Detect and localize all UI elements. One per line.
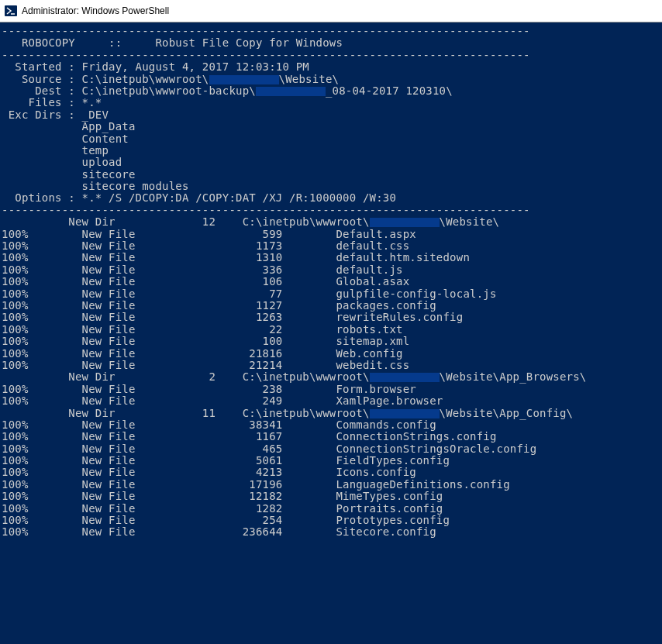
console-line: New Dir 11 C:\inetpub\wwwroot\\Website\A… [2,408,660,419]
console-line: upload [2,157,660,168]
console-line: 100% New File 1127 packages.config [2,300,660,312]
console-line: ----------------------------------------… [2,50,660,61]
console-line: Source : C:\inetpub\wwwroot\\Website\ [2,74,660,85]
console-line: Content [2,133,660,145]
console-line: Started : Friday, August 4, 2017 12:03:1… [2,61,660,73]
console-line: Options : *.* /S /DCOPY:DA /COPY:DAT /XJ… [2,192,660,204]
console-line: 100% New File 5061 FieldTypes.config [2,455,660,467]
console-line: 100% New File 17196 LanguageDefinitions.… [2,479,660,491]
console-line: 100% New File 21214 webedit.css [2,360,660,371]
console-line: 100% New File 22 robots.txt [2,324,660,336]
console-line: sitecore modules [2,181,660,192]
console-line: Dest : C:\inetpub\wwwroot-backup\_08-04-… [2,85,660,97]
console-line: New Dir 12 C:\inetpub\wwwroot\\Website\ [2,216,660,228]
window-titlebar[interactable]: Administrator: Windows PowerShell [0,0,662,22]
console-line: 100% New File 4213 Icons.config [2,467,660,478]
console-line: 100% New File 12182 MimeTypes.config [2,491,660,502]
console-output[interactable]: ----------------------------------------… [0,22,662,542]
console-line: 100% New File 236644 Sitecore.config [2,526,660,538]
window-title: Administrator: Windows PowerShell [22,5,169,16]
console-line: sitecore [2,169,660,181]
console-line: ----------------------------------------… [2,26,660,37]
console-line: temp [2,145,660,157]
console-line: App_Data [2,121,660,133]
console-line: 100% New File 1310 default.htm.sitedown [2,252,660,263]
console-line: 100% New File 238 Form.browser [2,384,660,395]
console-line: 100% New File 21816 Web.config [2,348,660,360]
console-line: 100% New File 249 XamlPage.browser [2,395,660,407]
console-line: 100% New File 106 Global.asax [2,276,660,288]
console-line: 100% New File 38341 Commands.config [2,419,660,431]
console-line: 100% New File 1282 Portraits.config [2,503,660,515]
console-line: 100% New File 254 Prototypes.config [2,515,660,526]
console-line: 100% New File 599 Default.aspx [2,229,660,240]
powershell-icon [5,5,17,17]
console-line: 100% New File 1263 rewriteRules.config [2,312,660,323]
console-line: ROBOCOPY :: Robust File Copy for Windows [2,37,660,49]
console-line: 100% New File 100 sitemap.xml [2,336,660,347]
console-line: ----------------------------------------… [2,205,660,216]
console-line: Files : *.* [2,97,660,108]
console-line: 100% New File 1167 ConnectionStrings.con… [2,431,660,443]
console-line: Exc Dirs : _DEV [2,109,660,121]
console-line: 100% New File 465 ConnectionStringsOracl… [2,443,660,455]
console-line: 100% New File 77 gulpfile-config-local.j… [2,288,660,300]
console-line: New Dir 2 C:\inetpub\wwwroot\\Website\Ap… [2,371,660,383]
console-line: 100% New File 1173 default.css [2,240,660,252]
console-line: 100% New File 336 default.js [2,264,660,276]
